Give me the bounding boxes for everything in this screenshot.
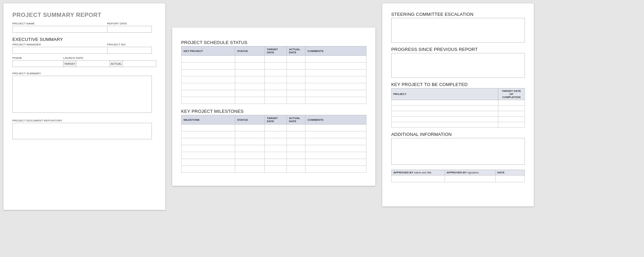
- cell[interactable]: [181, 138, 235, 145]
- input-approved-date[interactable]: [495, 175, 524, 182]
- input-repository[interactable]: [12, 123, 152, 139]
- cell[interactable]: [287, 76, 305, 83]
- cell[interactable]: [181, 56, 235, 63]
- cell[interactable]: [498, 100, 524, 106]
- cell[interactable]: [235, 166, 264, 173]
- cell[interactable]: [181, 159, 235, 166]
- cell[interactable]: [392, 122, 498, 128]
- cell[interactable]: [235, 56, 264, 63]
- cell[interactable]: [235, 138, 264, 145]
- input-project-no[interactable]: [107, 47, 152, 54]
- cell[interactable]: [305, 90, 366, 97]
- cell[interactable]: [305, 97, 366, 104]
- input-launch-target[interactable]: [76, 60, 110, 67]
- cell[interactable]: [235, 145, 264, 152]
- cell[interactable]: [287, 125, 305, 131]
- cell[interactable]: [305, 69, 366, 76]
- cell[interactable]: [235, 83, 264, 90]
- cell[interactable]: [264, 56, 287, 63]
- input-additional-info[interactable]: [391, 138, 525, 165]
- cell[interactable]: [235, 63, 264, 69]
- table-row: [181, 166, 366, 173]
- cell[interactable]: [392, 117, 498, 122]
- cell[interactable]: [181, 69, 235, 76]
- cell[interactable]: [181, 76, 235, 83]
- cell[interactable]: [305, 76, 366, 83]
- cell[interactable]: [181, 83, 235, 90]
- cell[interactable]: [287, 138, 305, 145]
- input-escalation[interactable]: [391, 18, 525, 43]
- label-target: TARGET: [63, 60, 76, 67]
- cell[interactable]: [181, 131, 235, 138]
- cell[interactable]: [235, 125, 264, 131]
- cell[interactable]: [264, 76, 287, 83]
- cell[interactable]: [235, 159, 264, 166]
- input-report-date[interactable]: [107, 26, 152, 33]
- cell[interactable]: [287, 152, 305, 159]
- cell[interactable]: [181, 166, 235, 173]
- cell[interactable]: [305, 159, 366, 166]
- input-project-summary[interactable]: [12, 76, 152, 113]
- input-project-name[interactable]: [12, 26, 107, 33]
- cell[interactable]: [287, 56, 305, 63]
- cell[interactable]: [264, 69, 287, 76]
- cell[interactable]: [264, 97, 287, 104]
- cell[interactable]: [287, 97, 305, 104]
- cell[interactable]: [305, 125, 366, 131]
- cell[interactable]: [392, 100, 498, 106]
- cell[interactable]: [305, 138, 366, 145]
- cell[interactable]: [287, 90, 305, 97]
- cell[interactable]: [264, 131, 287, 138]
- input-approved-signature[interactable]: [445, 175, 495, 182]
- input-approved-name[interactable]: [392, 175, 445, 182]
- cell[interactable]: [264, 159, 287, 166]
- cell[interactable]: [305, 131, 366, 138]
- cell[interactable]: [305, 145, 366, 152]
- table-row: [181, 76, 366, 83]
- cell[interactable]: [181, 63, 235, 69]
- cell[interactable]: [264, 138, 287, 145]
- cell[interactable]: [392, 106, 498, 111]
- cell[interactable]: [305, 152, 366, 159]
- cell[interactable]: [305, 166, 366, 173]
- cell[interactable]: [264, 166, 287, 173]
- cell[interactable]: [235, 69, 264, 76]
- cell[interactable]: [305, 63, 366, 69]
- cell[interactable]: [305, 83, 366, 90]
- cell[interactable]: [181, 152, 235, 159]
- cell[interactable]: [181, 97, 235, 104]
- cell[interactable]: [264, 90, 287, 97]
- cell[interactable]: [264, 125, 287, 131]
- input-phase[interactable]: [12, 60, 63, 67]
- input-progress[interactable]: [391, 53, 525, 78]
- cell[interactable]: [235, 76, 264, 83]
- cell[interactable]: [287, 166, 305, 173]
- cell[interactable]: [287, 145, 305, 152]
- cell[interactable]: [287, 69, 305, 76]
- cell[interactable]: [287, 63, 305, 69]
- cell[interactable]: [392, 111, 498, 117]
- th-target-date-2: TARGET DATE: [264, 115, 287, 125]
- cell[interactable]: [287, 83, 305, 90]
- input-launch-actual[interactable]: [123, 60, 156, 67]
- cell[interactable]: [235, 131, 264, 138]
- cell[interactable]: [287, 131, 305, 138]
- cell[interactable]: [235, 152, 264, 159]
- cell[interactable]: [264, 152, 287, 159]
- cell[interactable]: [498, 111, 524, 117]
- cell[interactable]: [305, 56, 366, 63]
- cell[interactable]: [264, 63, 287, 69]
- cell[interactable]: [287, 159, 305, 166]
- cell[interactable]: [498, 122, 524, 128]
- cell[interactable]: [235, 90, 264, 97]
- th-kp-project: PROJECT: [392, 88, 498, 100]
- cell[interactable]: [181, 125, 235, 131]
- cell[interactable]: [181, 90, 235, 97]
- cell[interactable]: [264, 145, 287, 152]
- cell[interactable]: [264, 83, 287, 90]
- cell[interactable]: [235, 97, 264, 104]
- cell[interactable]: [498, 106, 524, 111]
- cell[interactable]: [498, 117, 524, 122]
- cell[interactable]: [181, 145, 235, 152]
- input-project-manager[interactable]: [12, 47, 107, 54]
